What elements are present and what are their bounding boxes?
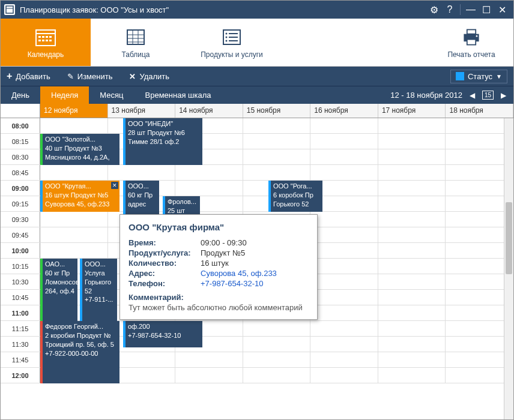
time-label: 10:15 bbox=[1, 259, 40, 274]
svg-rect-5 bbox=[42, 36, 44, 38]
event[interactable]: Федоров Георгий... 2 коробки Продукт № Т… bbox=[40, 321, 119, 383]
view-day[interactable]: День bbox=[1, 86, 40, 104]
event-detail: 60 кг Пр bbox=[128, 191, 157, 200]
tooltip-value: 16 штук bbox=[201, 259, 229, 268]
add-label: Добавить bbox=[16, 72, 50, 81]
event-detail: 60 кг Пр bbox=[45, 269, 75, 278]
view-label: Месяц bbox=[100, 91, 123, 100]
add-button[interactable]: +Добавить bbox=[7, 71, 50, 82]
tab-calendar[interactable]: Календарь bbox=[1, 19, 91, 66]
time-label: 08:45 bbox=[1, 165, 40, 180]
day-header[interactable]: 13 ноября bbox=[108, 104, 176, 118]
view-label: Временная шкала bbox=[145, 91, 211, 100]
spacer bbox=[222, 86, 391, 104]
time-label: 11:30 bbox=[1, 337, 40, 352]
tooltip-label: Количество: bbox=[128, 259, 201, 268]
tab-print[interactable]: Печать отчета bbox=[429, 19, 513, 66]
range-label: 12 - 18 ноября 2012 bbox=[390, 91, 462, 100]
svg-rect-26 bbox=[467, 29, 476, 34]
calendar-picker-icon[interactable]: 15 bbox=[482, 91, 494, 100]
event-detail: +7-987-654-32-10 bbox=[128, 331, 200, 340]
divider bbox=[460, 4, 461, 15]
svg-rect-0 bbox=[6, 6, 13, 13]
calendar-icon bbox=[35, 26, 56, 48]
calendar-grid[interactable]: 08:0008:1508:3008:4509:0009:1509:3009:45… bbox=[1, 118, 513, 419]
maximize-button[interactable]: ☐ bbox=[479, 4, 494, 16]
date-range: 12 - 18 ноября 2012 ◀ 15 ▶ bbox=[390, 86, 513, 104]
time-label: 09:45 bbox=[1, 227, 40, 242]
svg-point-21 bbox=[226, 36, 228, 38]
tooltip-value[interactable]: +7-987-654-32-10 bbox=[201, 279, 263, 288]
svg-point-19 bbox=[226, 32, 228, 34]
view-label: День bbox=[11, 91, 29, 100]
edit-label: Изменить bbox=[77, 72, 113, 81]
day-header[interactable]: 15 ноября bbox=[243, 104, 311, 118]
svg-rect-11 bbox=[49, 40, 52, 41]
day-header[interactable]: 12 ноября bbox=[40, 104, 108, 118]
edit-button[interactable]: ✎Изменить bbox=[67, 72, 113, 81]
event-title: ООО "Крутая... bbox=[45, 182, 117, 191]
window-title: Планировщик заявок: ООО "Усы и хвост" bbox=[20, 5, 426, 14]
tooltip-title: ООО "Крутая фирма" bbox=[128, 222, 309, 232]
scrollbar-thumb[interactable] bbox=[506, 202, 512, 274]
event-title: ООО "ИНЕДИ" bbox=[128, 119, 200, 128]
print-icon bbox=[461, 26, 482, 48]
view-month[interactable]: Месяц bbox=[89, 86, 134, 104]
time-label: 09:30 bbox=[1, 212, 40, 227]
event-detail: Троицкий пр. 56, оф. 5 bbox=[45, 340, 117, 349]
event-detail: оф.200 bbox=[128, 322, 200, 331]
event-detail: +7-922-000-00-00 bbox=[45, 349, 117, 358]
tab-label: Печать отчета bbox=[447, 50, 495, 59]
svg-rect-27 bbox=[467, 39, 476, 44]
event[interactable]: ООО... Услуга Горького 52 +7-911-... bbox=[80, 259, 117, 321]
event-title: Фролов... bbox=[168, 197, 198, 206]
day-header-row: 12 ноября 13 ноября 14 ноября 15 ноября … bbox=[1, 104, 513, 118]
tab-table[interactable]: Таблица bbox=[91, 19, 181, 66]
event-detail: Тимме 28/1 оф.2 bbox=[128, 137, 200, 146]
view-week[interactable]: Неделя bbox=[40, 86, 89, 104]
close-icon[interactable]: ✕ bbox=[111, 182, 118, 189]
tab-products[interactable]: Продукты и услуги bbox=[181, 19, 283, 66]
event-detail: адрес bbox=[128, 200, 157, 209]
minimize-button[interactable]: — bbox=[463, 4, 479, 15]
svg-rect-10 bbox=[46, 40, 48, 41]
help-icon[interactable]: ? bbox=[442, 4, 458, 15]
event[interactable]: ООО "ИНЕДИ" 28 шт Продукт №6 Тимме 28/1 … bbox=[123, 118, 202, 165]
svg-rect-8 bbox=[38, 40, 41, 41]
event-title: ОАО... bbox=[45, 260, 75, 269]
status-color-icon bbox=[456, 72, 464, 80]
delete-button[interactable]: ✕Удалить bbox=[129, 72, 169, 81]
tooltip-label: Комментарий: bbox=[128, 293, 309, 302]
svg-rect-4 bbox=[38, 36, 41, 38]
view-timeline[interactable]: Временная шкала bbox=[135, 86, 222, 104]
event[interactable]: ООО "Рога... 6 коробок Пр Горького 52 bbox=[268, 181, 322, 212]
day-header[interactable]: 18 ноября bbox=[446, 104, 513, 118]
time-label: 11:15 bbox=[1, 321, 40, 336]
tooltip-label: Продукт/услуга: bbox=[128, 248, 201, 257]
tooltip-value[interactable]: Суворова 45, оф.233 bbox=[201, 269, 277, 278]
event-selected[interactable]: ✕ ООО "Крутая... 16 штук Продукт №5 Суво… bbox=[40, 181, 119, 212]
close-button[interactable]: ✕ bbox=[494, 4, 510, 16]
next-button[interactable]: ▶ bbox=[497, 91, 510, 100]
time-label: 12:00 bbox=[1, 368, 40, 383]
time-header bbox=[1, 104, 40, 118]
day-header[interactable]: 16 ноября bbox=[310, 104, 378, 118]
day-header[interactable]: 17 ноября bbox=[378, 104, 446, 118]
event-detail: 16 штук Продукт №5 bbox=[45, 191, 117, 200]
event[interactable]: оф.200 +7-987-654-32-10 bbox=[123, 321, 202, 347]
event[interactable]: ОАО... 60 кг Пр Ломоносова 264, оф.4 bbox=[40, 259, 77, 321]
delete-label: Удалить bbox=[139, 72, 169, 81]
tab-label: Календарь bbox=[28, 50, 64, 59]
event-detail: Мясницкого 44, д.2А, bbox=[45, 153, 117, 162]
settings-icon[interactable]: ⚙ bbox=[426, 4, 442, 16]
event[interactable]: ООО "Золотой... 40 шт Продукт №3 Мясницк… bbox=[40, 134, 119, 165]
status-dropdown[interactable]: Статус ▼ bbox=[450, 70, 507, 83]
event-detail: Услуга bbox=[85, 269, 115, 278]
day-header[interactable]: 14 ноября bbox=[175, 104, 243, 118]
event-tooltip: ООО "Крутая фирма" Время:09:00 - 09:30 П… bbox=[119, 214, 318, 320]
event-detail: Суворова 45, оф.233 bbox=[45, 200, 117, 209]
view-bar: День Неделя Месяц Временная шкала 12 - 1… bbox=[1, 86, 513, 104]
vertical-scrollbar[interactable] bbox=[504, 118, 513, 419]
tab-label: Таблица bbox=[121, 50, 150, 59]
prev-button[interactable]: ◀ bbox=[466, 91, 479, 100]
